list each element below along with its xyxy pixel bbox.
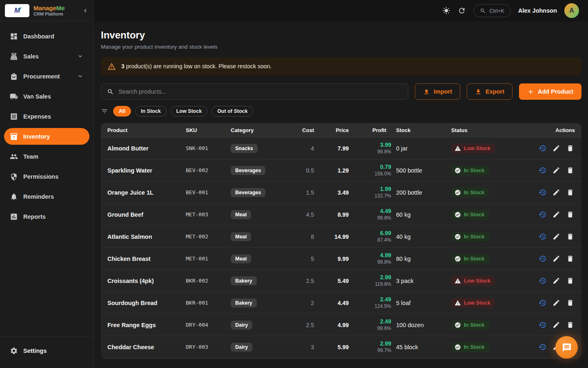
stock-value: 100 dozen xyxy=(391,322,446,328)
sidebar-item-label: Sales xyxy=(23,53,39,60)
expenses-icon xyxy=(10,112,18,121)
category-badge: Meat xyxy=(231,254,251,263)
search-input[interactable] xyxy=(118,88,402,95)
history-button[interactable] xyxy=(539,255,546,263)
chat-fab-button[interactable] xyxy=(555,336,578,359)
main-content: Inventory Manage your product inventory … xyxy=(94,21,588,368)
status-badge: In Stock xyxy=(451,188,489,197)
theme-toggle-button[interactable] xyxy=(442,7,450,15)
sidebar: M ✓ ManageMe CRM Platform Dashboard Sale… xyxy=(0,0,94,368)
edit-button[interactable] xyxy=(552,188,560,196)
history-button[interactable] xyxy=(539,188,546,196)
product-name: Chicken Breast xyxy=(101,256,181,262)
sidebar-item-reports[interactable]: Reports xyxy=(4,208,89,225)
gear-icon xyxy=(10,347,18,355)
export-button[interactable]: Export xyxy=(467,83,512,100)
logo-check-icon: ✓ xyxy=(18,5,23,11)
history-button[interactable] xyxy=(539,343,546,351)
history-button[interactable] xyxy=(539,211,546,218)
trash-icon xyxy=(566,255,574,263)
profit-value: 6.99 xyxy=(380,230,391,237)
delete-button[interactable] xyxy=(566,321,574,329)
edit-button[interactable] xyxy=(552,166,560,174)
sidebar-collapse-button[interactable] xyxy=(82,7,89,14)
avatar[interactable]: A xyxy=(564,3,579,18)
procurement-icon xyxy=(10,72,18,81)
table-body: Almond Butter SNK-001 Snacks 4 7.99 3.99… xyxy=(101,137,581,358)
sidebar-item-team[interactable]: Team xyxy=(4,148,89,165)
status-badge: In Stock xyxy=(451,254,489,264)
product-sku: DRY-003 xyxy=(181,344,226,350)
table-row: Cheddar Cheese DRY-003 Dairy 3 5.99 2.99… xyxy=(101,336,581,358)
product-sku: BKR-002 xyxy=(181,278,226,284)
profit-cell: 6.99 87.4% xyxy=(354,230,391,243)
edit-button[interactable] xyxy=(552,321,560,329)
import-button[interactable]: Import xyxy=(415,83,460,100)
delete-button[interactable] xyxy=(566,166,574,174)
edit-button[interactable] xyxy=(552,277,560,285)
delete-button[interactable] xyxy=(566,233,574,240)
profit-cell: 2.49 99.6% xyxy=(354,318,391,332)
sidebar-item-inventory[interactable]: Inventory xyxy=(4,128,89,145)
add-product-button[interactable]: Add Product xyxy=(519,83,581,100)
history-button[interactable] xyxy=(539,233,546,240)
page-title: Inventory xyxy=(101,29,581,41)
delete-button[interactable] xyxy=(566,255,574,263)
sidebar-item-sales[interactable]: Sales xyxy=(4,48,89,65)
sidebar-item-van-sales[interactable]: Van Sales xyxy=(4,88,89,105)
shortcut-hint: Ctrl+K xyxy=(489,8,504,14)
edit-button[interactable] xyxy=(552,144,560,152)
history-button[interactable] xyxy=(539,299,546,307)
sidebar-item-reminders[interactable]: Reminders xyxy=(4,188,89,205)
sidebar-item-expenses[interactable]: Expenses xyxy=(4,108,89,125)
status-badge: Low Stock xyxy=(451,144,495,153)
refresh-button[interactable] xyxy=(458,7,466,15)
delete-button[interactable] xyxy=(566,188,574,196)
banner-text: 3 product(s) are running low on stock. P… xyxy=(121,63,272,70)
delete-button[interactable] xyxy=(566,277,574,285)
filter-chip-all[interactable]: All xyxy=(113,106,131,117)
filter-chip-in-stock[interactable]: In Stock xyxy=(135,106,167,117)
sidebar-item-procurement[interactable]: Procurement xyxy=(4,68,89,85)
sidebar-item-dashboard[interactable]: Dashboard xyxy=(4,28,89,45)
refresh-icon xyxy=(458,7,466,15)
column-header-stock: Stock xyxy=(391,127,446,133)
filter-chip-out-of-stock[interactable]: Out of Stock xyxy=(212,106,253,117)
edit-button[interactable] xyxy=(552,233,560,240)
edit-button[interactable] xyxy=(552,211,560,218)
low-stock-banner: 3 product(s) are running low on stock. P… xyxy=(101,57,581,75)
sidebar-item-permissions[interactable]: Permissions xyxy=(4,168,89,185)
sidebar-item-settings[interactable]: Settings xyxy=(4,342,89,359)
global-search-button[interactable]: Ctrl+K xyxy=(473,4,510,17)
edit-button[interactable] xyxy=(552,255,560,263)
column-header-status: Status xyxy=(446,127,528,133)
product-sku: SNK-001 xyxy=(181,145,226,151)
delete-button[interactable] xyxy=(566,299,574,307)
pencil-icon xyxy=(552,255,560,263)
cost-value: 3 xyxy=(290,344,319,350)
history-icon xyxy=(539,343,546,351)
product-name: Ground Beef xyxy=(101,211,181,218)
history-button[interactable] xyxy=(539,144,546,152)
trash-icon xyxy=(566,277,574,285)
status-badge: Low Stock xyxy=(451,276,495,286)
profit-value: 4.99 xyxy=(380,252,391,259)
check-circle-icon xyxy=(454,344,461,350)
profit-margin: 99.7% xyxy=(377,348,391,354)
table-row: Chicken Breast MET-001 Meat 5 9.99 4.99 … xyxy=(101,248,581,270)
cost-value: 1.5 xyxy=(290,189,319,196)
history-button[interactable] xyxy=(539,321,546,329)
trash-icon xyxy=(566,321,574,329)
filter-chip-low-stock[interactable]: Low Stock xyxy=(171,106,208,117)
history-button[interactable] xyxy=(539,166,546,174)
delete-button[interactable] xyxy=(566,144,574,152)
edit-button[interactable] xyxy=(552,299,560,307)
profit-value: 3.99 xyxy=(380,141,391,149)
history-button[interactable] xyxy=(539,277,546,285)
stock-value: 200 bottle xyxy=(391,189,446,196)
topbar: Ctrl+K Alex Johnson A xyxy=(94,0,588,21)
profit-margin: 87.4% xyxy=(377,237,391,243)
cost-value: 4 xyxy=(290,145,319,152)
delete-button[interactable] xyxy=(566,211,574,218)
row-actions xyxy=(528,255,581,263)
